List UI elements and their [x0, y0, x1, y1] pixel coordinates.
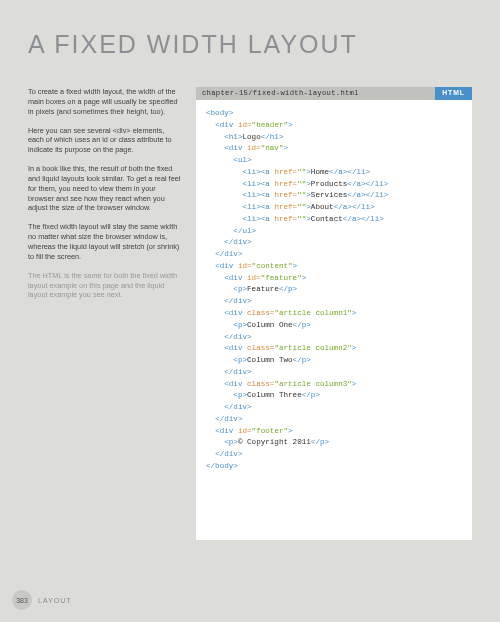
code-area: chapter-15/fixed-width-layout.html HTML …: [196, 87, 472, 540]
code-listing: <body> <div id="header"> <h1>Logo</h1> <…: [196, 100, 472, 540]
section-label: LAYOUT: [38, 597, 72, 604]
paragraph: The HTML is the same for both the fixed …: [28, 271, 182, 301]
page-number: 383: [12, 590, 32, 610]
page-footer: 383 LAYOUT: [12, 590, 72, 610]
two-column-layout: To create a fixed width layout, the widt…: [28, 87, 472, 540]
paragraph: In a book like this, the result of both …: [28, 164, 182, 213]
language-badge: HTML: [435, 87, 472, 100]
paragraph: The fixed width layout will stay the sam…: [28, 222, 182, 261]
file-bar: chapter-15/fixed-width-layout.html HTML: [196, 87, 472, 100]
paragraph: To create a fixed width layout, the widt…: [28, 87, 182, 117]
explanatory-text: To create a fixed width layout, the widt…: [28, 87, 182, 540]
filename-label: chapter-15/fixed-width-layout.html: [196, 87, 365, 100]
paragraph: Here you can see several <div> elements,…: [28, 126, 182, 156]
page-title: A FIXED WIDTH LAYOUT: [28, 30, 472, 59]
